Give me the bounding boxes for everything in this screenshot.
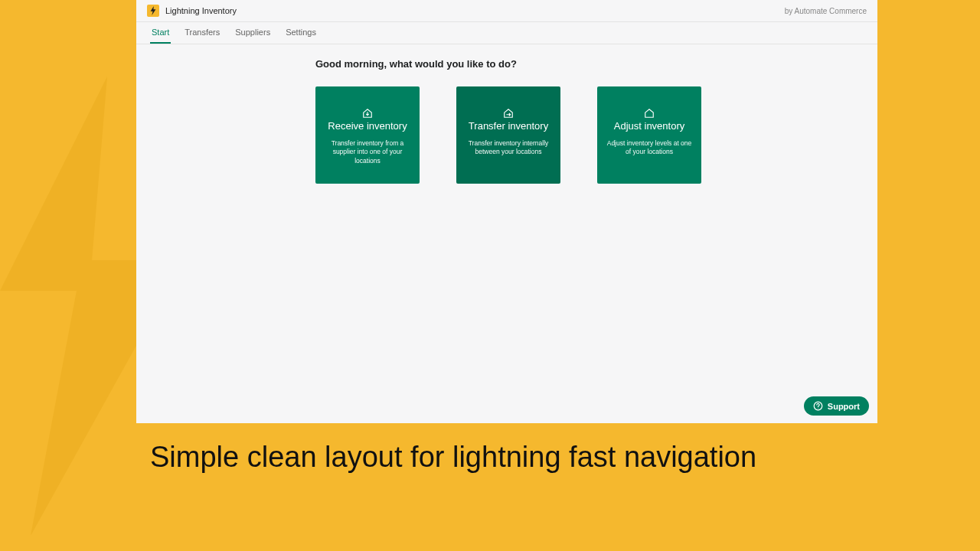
tab-bar: Start Transfers Suppliers Settings (136, 22, 877, 44)
action-cards: Receive inventory Transfer inventory fro… (315, 86, 877, 184)
support-button[interactable]: Support (804, 396, 869, 416)
app-title: Lightning Inventory (165, 6, 237, 15)
card-title: Receive inventory (328, 120, 407, 132)
support-label: Support (828, 402, 860, 411)
tab-start[interactable]: Start (150, 22, 171, 44)
tab-suppliers[interactable]: Suppliers (234, 22, 272, 44)
card-title: Adjust inventory (614, 120, 685, 132)
card-desc: Adjust inventory levels at one of your l… (605, 139, 694, 157)
tab-settings[interactable]: Settings (284, 22, 318, 44)
byline: by Automate Commerce (785, 7, 867, 15)
main-content: Good morning, what would you like to do?… (136, 44, 877, 184)
house-arrow-icon (503, 108, 514, 119)
marketing-caption: Simple clean layout for lightning fast n… (150, 441, 756, 474)
card-desc: Transfer inventory from a supplier into … (323, 139, 412, 165)
app-window: Lightning Inventory by Automate Commerce… (136, 0, 877, 423)
svg-point-1 (818, 408, 818, 409)
card-title: Transfer inventory (469, 120, 548, 132)
help-icon (813, 401, 823, 411)
card-adjust-inventory[interactable]: Adjust inventory Adjust inventory levels… (597, 86, 701, 184)
title-left: Lightning Inventory (147, 5, 237, 17)
house-in-icon (362, 108, 373, 119)
card-desc: Transfer inventory internally between yo… (464, 139, 553, 157)
lightning-icon (147, 5, 159, 17)
card-receive-inventory[interactable]: Receive inventory Transfer inventory fro… (315, 86, 420, 184)
house-icon (644, 108, 655, 119)
greeting-text: Good morning, what would you like to do? (315, 58, 877, 70)
card-transfer-inventory[interactable]: Transfer inventory Transfer inventory in… (456, 86, 560, 184)
titlebar: Lightning Inventory by Automate Commerce (136, 0, 877, 22)
tab-transfers[interactable]: Transfers (183, 22, 221, 44)
